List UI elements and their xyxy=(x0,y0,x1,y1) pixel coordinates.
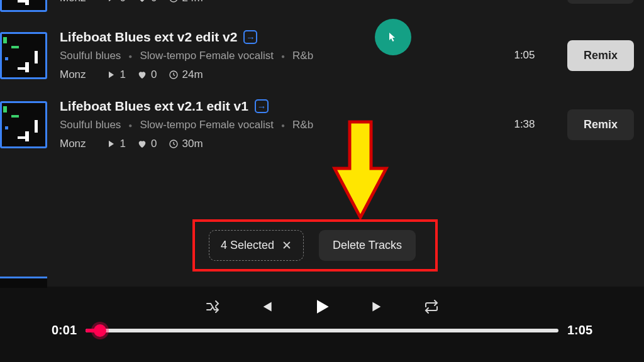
selection-count-pill[interactable]: 4 Selected ✕ xyxy=(209,230,304,261)
like-count-value: 0 xyxy=(151,138,157,150)
current-time: 0:01 xyxy=(52,323,77,337)
track-right: 1:05Remix xyxy=(499,0,634,4)
track-right: 1:38Remix xyxy=(499,109,634,140)
separator-dot: ● xyxy=(281,53,285,60)
track-main: Lifeboat Blues ext v2 edit v2→Soulful bl… xyxy=(60,30,487,81)
track-artist[interactable]: Monz xyxy=(60,69,86,81)
track-main: Lifeboat Blues ext v2.1 edit v1→Soulful … xyxy=(60,99,487,150)
player-controls xyxy=(0,287,644,317)
seek-thumb[interactable] xyxy=(94,324,106,337)
track-right: 1:05Remix xyxy=(499,40,634,71)
delete-tracks-button[interactable]: Delete Tracks xyxy=(319,230,416,261)
skip-next-icon xyxy=(370,299,386,315)
clock-icon xyxy=(169,0,179,3)
play-count-value: 0 xyxy=(120,0,126,4)
cursor-arrow-icon xyxy=(388,32,398,42)
clock-icon xyxy=(169,139,179,149)
track-thumbnail[interactable] xyxy=(0,101,47,148)
track-duration: 1:05 xyxy=(499,49,550,62)
track-age-value: 24m xyxy=(182,0,203,4)
skip-previous-icon xyxy=(258,299,274,315)
player-bar: 0:01 1:05 xyxy=(0,287,644,362)
total-time: 1:05 xyxy=(567,323,592,337)
track-tags: Soulful blues●Slow-tempo Female vocalist… xyxy=(60,119,487,131)
play-count-value: 1 xyxy=(120,138,126,150)
next-button[interactable] xyxy=(370,299,386,315)
track-title[interactable]: Lifeboat Blues ext v2 edit v2 xyxy=(60,30,237,45)
track-tag: Slow-tempo Female vocalist xyxy=(140,50,274,62)
open-track-icon[interactable]: → xyxy=(255,99,269,113)
track-meta: Monz0024m xyxy=(60,0,487,4)
separator-dot: ● xyxy=(128,122,132,129)
track-tag: Soulful blues xyxy=(60,119,121,131)
play-icon xyxy=(312,297,332,317)
separator-dot: ● xyxy=(281,122,285,129)
track-age: 30m xyxy=(169,138,203,150)
track-title-row: Lifeboat Blues ext v2 edit v2→ xyxy=(60,30,487,45)
track-tag: Slow-tempo Female vocalist xyxy=(140,119,274,131)
track-duration: 1:38 xyxy=(499,118,550,131)
track-meta: Monz1024m xyxy=(60,69,487,81)
like-count[interactable]: 0 xyxy=(137,69,157,81)
track-row[interactable]: Lifeboat Blues ext v2.1 edit v1→Soulful … xyxy=(0,90,644,159)
track-thumbnail[interactable] xyxy=(0,32,47,79)
track-row[interactable]: Lifeboat Blues ext v2 edit v2→Soulful bl… xyxy=(0,21,644,90)
track-age: 24m xyxy=(169,69,203,81)
heart-icon xyxy=(137,70,147,80)
track-tag: R&b xyxy=(292,50,313,62)
play-icon xyxy=(106,139,116,149)
track-age-value: 24m xyxy=(182,69,203,81)
like-count[interactable]: 0 xyxy=(137,138,157,150)
seek-slider[interactable] xyxy=(86,329,558,332)
remix-button[interactable]: Remix xyxy=(567,40,634,71)
play-count: 0 xyxy=(106,0,126,4)
track-meta: Monz1030m xyxy=(60,138,487,150)
repeat-icon xyxy=(424,299,439,314)
track-row[interactable]: Soulful blues●Slow-tempo Female vocalist… xyxy=(0,0,644,21)
clear-selection-icon[interactable]: ✕ xyxy=(282,238,292,253)
selection-count-label: 4 Selected xyxy=(221,239,274,252)
track-age-value: 30m xyxy=(182,138,203,150)
heart-icon xyxy=(137,139,147,149)
track-artist[interactable]: Monz xyxy=(60,0,86,4)
track-main: Soulful blues●Slow-tempo Female vocalist… xyxy=(60,0,487,4)
previous-button[interactable] xyxy=(258,299,274,315)
open-track-icon[interactable]: → xyxy=(243,30,257,44)
separator-dot: ● xyxy=(128,53,132,60)
track-artist[interactable]: Monz xyxy=(60,138,86,150)
shuffle-icon xyxy=(205,299,220,314)
track-thumbnail[interactable] xyxy=(0,0,47,12)
play-button[interactable] xyxy=(312,297,332,317)
track-tag: R&b xyxy=(292,119,313,131)
selection-action-bar: 4 Selected ✕ Delete Tracks xyxy=(192,219,438,272)
heart-icon xyxy=(137,0,147,3)
like-count[interactable]: 0 xyxy=(137,0,157,4)
next-track-thumbnail-peek[interactable] xyxy=(0,277,47,288)
svg-point-0 xyxy=(170,0,177,2)
play-count: 1 xyxy=(106,138,126,150)
clock-icon xyxy=(169,70,179,80)
play-icon xyxy=(106,0,116,3)
remix-button[interactable]: Remix xyxy=(567,0,634,4)
play-icon xyxy=(106,70,116,80)
annotation-arrow-icon xyxy=(332,119,389,220)
track-tag: Soulful blues xyxy=(60,50,121,62)
play-count-value: 1 xyxy=(120,69,126,81)
track-title[interactable]: Lifeboat Blues ext v2.1 edit v1 xyxy=(60,99,248,114)
remix-button[interactable]: Remix xyxy=(567,109,634,140)
track-age: 24m xyxy=(169,0,203,4)
shuffle-button[interactable] xyxy=(205,299,220,314)
track-list: Soulful blues●Slow-tempo Female vocalist… xyxy=(0,0,644,159)
cursor-highlight xyxy=(375,19,411,55)
like-count-value: 0 xyxy=(151,0,157,4)
play-count: 1 xyxy=(106,69,126,81)
track-title-row: Lifeboat Blues ext v2.1 edit v1→ xyxy=(60,99,487,114)
like-count-value: 0 xyxy=(151,69,157,81)
repeat-button[interactable] xyxy=(424,299,439,314)
track-tags: Soulful blues●Slow-tempo Female vocalist… xyxy=(60,50,487,62)
seek-row: 0:01 1:05 xyxy=(0,317,644,337)
